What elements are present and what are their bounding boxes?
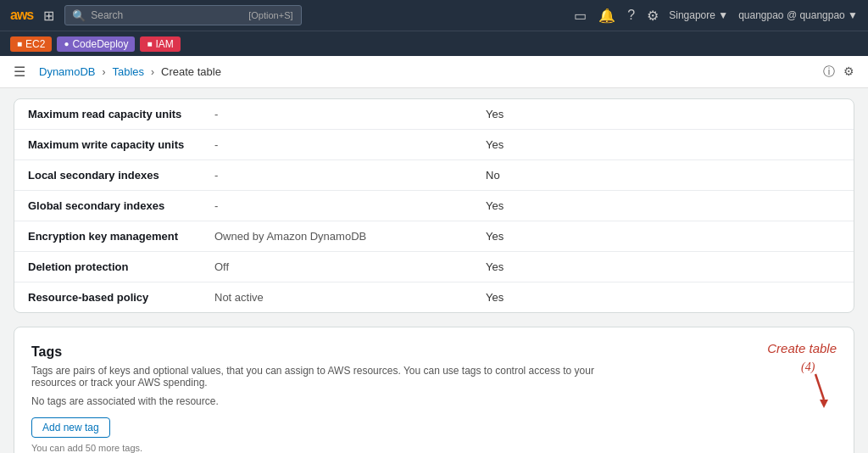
service-pill-iam[interactable]: ■ IAM — [140, 36, 180, 52]
table-row: Deletion protection Off Yes — [14, 252, 854, 282]
svg-text:(4): (4) — [801, 361, 815, 374]
breadcrumb-sep-1: › — [102, 66, 105, 78]
codedeploy-label: CodeDeploy — [72, 38, 128, 50]
row-label: Global secondary indexes — [14, 191, 201, 221]
row-value: Off — [201, 252, 472, 282]
table-row: Local secondary indexes - No — [14, 160, 854, 191]
service-pill-codedeploy[interactable]: ● CodeDeploy — [57, 36, 135, 52]
row-value: - — [201, 191, 472, 221]
row-label: Maximum read capacity units — [14, 99, 201, 130]
codedeploy-icon: ● — [64, 39, 69, 48]
row-label: Resource-based policy — [14, 282, 201, 313]
add-new-tag-button[interactable]: Add new tag — [31, 417, 110, 438]
ec2-icon: ■ — [17, 39, 22, 48]
info-icon[interactable]: ⓘ — [823, 64, 835, 80]
ec2-label: EC2 — [25, 38, 45, 50]
tags-description: Tags are pairs of keys and optional valu… — [31, 365, 608, 389]
search-bar[interactable]: 🔍 [Option+S] — [64, 5, 302, 25]
main-content: Maximum read capacity units - Yes Maximu… — [0, 88, 868, 453]
row-value: Owned by Amazon DynamoDB — [201, 221, 472, 252]
row-value: - — [201, 130, 472, 160]
row-free: No — [472, 160, 854, 191]
tags-limit-note: You can add 50 more tags. — [31, 443, 837, 453]
row-label: Maximum write capacity units — [14, 130, 201, 160]
table-row: Global secondary indexes - Yes — [14, 191, 854, 221]
hamburger-menu[interactable]: ☰ — [14, 64, 25, 80]
row-value: Not active — [201, 282, 472, 313]
breadcrumb-bar: ☰ DynamoDB › Tables › Create table ⓘ ⚙ — [0, 56, 868, 88]
service-bar: ■ EC2 ● CodeDeploy ■ IAM — [0, 31, 868, 56]
tags-no-tags: No tags are associated with the resource… — [31, 395, 837, 407]
search-icon: 🔍 — [72, 9, 86, 22]
help-icon[interactable]: ? — [627, 8, 635, 23]
breadcrumb-actions: ⓘ ⚙ — [823, 64, 854, 80]
breadcrumb-sep-2: › — [151, 66, 154, 78]
row-label: Deletion protection — [14, 252, 201, 282]
breadcrumb-tables[interactable]: Tables — [112, 65, 144, 78]
tags-title: Tags — [31, 344, 837, 360]
settings-icon[interactable]: ⚙ — [647, 8, 659, 24]
row-free: Yes — [472, 130, 854, 160]
aws-logo: aws — [10, 8, 33, 23]
nav-user[interactable]: quangpao @ quangpao ▼ — [738, 9, 858, 21]
iam-icon: ■ — [147, 39, 152, 48]
search-input[interactable] — [91, 9, 243, 21]
row-free: Yes — [472, 191, 854, 221]
terminal-icon[interactable]: ▭ — [574, 8, 587, 24]
row-label: Encryption key management — [14, 221, 201, 252]
table-row: Maximum write capacity units - Yes — [14, 130, 854, 160]
bell-icon[interactable]: 🔔 — [598, 8, 615, 24]
iam-label: IAM — [156, 38, 174, 50]
row-free: Yes — [472, 282, 854, 313]
breadcrumb-current: Create table — [161, 65, 221, 78]
tags-card: Tags Tags are pairs of keys and optional… — [14, 327, 854, 453]
row-label: Local secondary indexes — [14, 160, 201, 191]
table-row: Encryption key management Owned by Amazo… — [14, 221, 854, 252]
row-free: Yes — [472, 99, 854, 130]
breadcrumb-dynamodb[interactable]: DynamoDB — [39, 65, 95, 78]
search-shortcut: [Option+S] — [248, 10, 292, 20]
table-row: Resource-based policy Not active Yes — [14, 282, 854, 313]
nav-region[interactable]: Singapore ▼ — [669, 9, 728, 21]
table-row: Maximum read capacity units - Yes — [14, 99, 854, 130]
info-table: Maximum read capacity units - Yes Maximu… — [14, 99, 854, 312]
top-nav-bar: aws ⊞ 🔍 [Option+S] ▭ 🔔 ? ⚙ Singapore ▼ q… — [0, 0, 868, 31]
nav-icons: ▭ 🔔 ? ⚙ — [574, 8, 659, 24]
grid-icon[interactable]: ⊞ — [43, 8, 54, 24]
info-table-card: Maximum read capacity units - Yes Maximu… — [14, 98, 854, 313]
row-free: Yes — [472, 221, 854, 252]
row-value: - — [201, 99, 472, 130]
row-value: - — [201, 160, 472, 191]
settings-page-icon[interactable]: ⚙ — [843, 64, 854, 80]
row-free: Yes — [472, 252, 854, 282]
service-pill-ec2[interactable]: ■ EC2 — [10, 36, 52, 52]
scroll-container[interactable]: Maximum read capacity units - Yes Maximu… — [0, 88, 868, 453]
